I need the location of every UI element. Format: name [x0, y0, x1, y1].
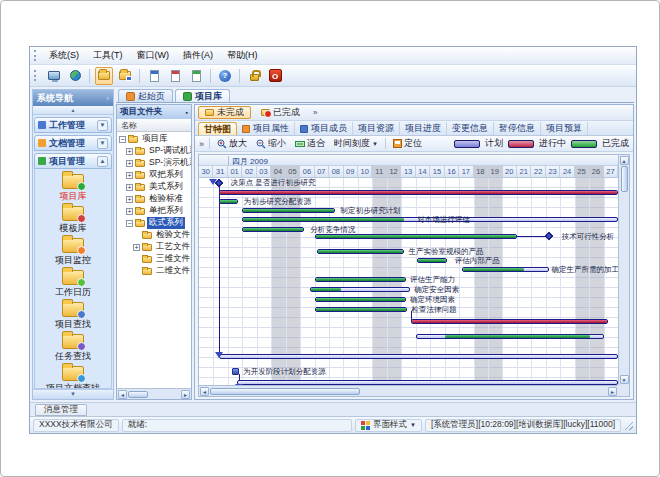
resize-grip[interactable] — [624, 421, 633, 430]
tab-项目成员[interactable]: 项目成员 — [295, 122, 353, 135]
sidebar-item-工作日历[interactable]: 工作日历 — [35, 269, 111, 300]
sidebar-item-项目监控[interactable]: 项目监控 — [35, 237, 111, 268]
tree-item-单把系列[interactable]: +单把系列 — [117, 205, 191, 217]
menu-item[interactable]: 系统(S) — [42, 47, 86, 64]
scrollbar-thumb[interactable] — [210, 388, 360, 395]
pin-icon[interactable]: ▪ — [186, 109, 188, 116]
chevron-up-icon[interactable]: ▲ — [97, 156, 108, 167]
tab-项目资源[interactable]: 项目资源 — [353, 122, 400, 135]
scroll-left-icon[interactable]: ◄ — [118, 390, 127, 399]
task-bar[interactable] — [315, 297, 406, 302]
task-bar[interactable] — [462, 267, 549, 272]
report-red-icon[interactable] — [166, 67, 184, 85]
globe-icon[interactable] — [66, 67, 84, 85]
scrollbar-thumb[interactable] — [621, 166, 628, 192]
menu-item[interactable]: 窗口(W) — [130, 47, 177, 64]
collapse-icon[interactable]: − — [119, 136, 126, 143]
sidebar-group-document[interactable]: 文档管理 ▼ — [34, 135, 112, 151]
task-bar[interactable] — [315, 277, 406, 282]
task-bar[interactable] — [416, 334, 604, 339]
fit-button[interactable]: 适合 — [293, 136, 327, 151]
sidebar-scroll-up-icon[interactable]: ▲ — [33, 106, 113, 115]
sidebar-collapse-strip[interactable]: ▼ — [33, 389, 113, 399]
tab-项目属性[interactable]: 项目属性 — [237, 122, 295, 135]
tab-项目进度[interactable]: 项目进度 — [400, 122, 447, 135]
tab-起始页[interactable]: 起始页 — [118, 89, 173, 102]
expand-icon[interactable]: + — [126, 160, 133, 167]
task-bar[interactable] — [242, 227, 304, 232]
chevron-down-icon[interactable]: ▼ — [97, 138, 108, 149]
ui-style-dropdown[interactable]: 界面样式▼ — [355, 419, 422, 432]
tree-item-SP-调试机系[interactable]: +SP-调试机系 — [117, 145, 191, 157]
expand-icon[interactable]: + — [126, 196, 133, 203]
tab-甘特图[interactable]: 甘特图 — [198, 122, 237, 135]
tree-item-二维文件[interactable]: 二维文件 — [117, 265, 191, 277]
tab-暂停信息[interactable]: 暂停信息 — [494, 122, 541, 135]
task-bar[interactable] — [219, 190, 618, 195]
task-bar[interactable] — [315, 307, 407, 312]
sidebar-group-work[interactable]: 工作管理 ▼ — [34, 117, 112, 133]
scroll-left-icon[interactable]: ◄ — [200, 387, 209, 396]
sidebar-item-项目查找[interactable]: 项目查找 — [35, 301, 111, 332]
zoom-in-button[interactable]: 放大 — [215, 136, 249, 151]
sidebar-item-模板库[interactable]: 模板库 — [35, 205, 111, 236]
report-green-icon[interactable] — [187, 67, 205, 85]
tree-item-SP-演示机系[interactable]: +SP-演示机系 — [117, 157, 191, 169]
time-scale-dropdown[interactable]: 时间刻度▼ — [332, 136, 380, 151]
sidebar-item-项目库[interactable]: 项目库 — [35, 173, 111, 204]
lock-icon[interactable] — [245, 67, 263, 85]
tree-column-header[interactable]: 名称 — [117, 119, 191, 132]
tree-item-美式系列[interactable]: +美式系列 — [117, 181, 191, 193]
gantt-hscrollbar[interactable]: ◄ ► — [199, 385, 618, 396]
scroll-up-icon[interactable]: ▲ — [620, 156, 629, 165]
tabs-overflow-button[interactable]: » — [313, 108, 317, 117]
tree-hscrollbar[interactable]: ◄ ► — [117, 388, 191, 399]
chevron-down-icon[interactable]: ▼ — [97, 120, 108, 131]
tab-未完成[interactable]: 未完成 — [198, 106, 251, 119]
scrollbar-thumb[interactable] — [128, 391, 148, 398]
task-note-icon[interactable] — [232, 368, 239, 375]
toolbar-overflow-button[interactable]: » — [199, 139, 204, 149]
scroll-right-icon[interactable]: ► — [181, 390, 190, 399]
expand-icon[interactable]: + — [133, 244, 140, 251]
folder-chart-icon[interactable] — [116, 67, 134, 85]
tree-item-检验文件[interactable]: 检验文件 — [117, 229, 191, 241]
task-bar[interactable] — [310, 287, 410, 292]
tree-item-欧式系列[interactable]: −欧式系列 — [117, 217, 191, 229]
tree-item-三维文件[interactable]: 三维文件 — [117, 253, 191, 265]
task-bar[interactable] — [317, 249, 404, 254]
tab-message-management[interactable]: 消息管理 — [35, 404, 87, 416]
expand-icon[interactable]: + — [126, 148, 133, 155]
expand-icon[interactable]: + — [126, 172, 133, 179]
sidebar-options-icon[interactable]: ▫ — [106, 94, 109, 103]
collapse-icon[interactable]: − — [126, 220, 133, 227]
task-bar[interactable] — [219, 354, 618, 359]
tab-项目库[interactable]: 项目库 — [175, 89, 230, 102]
expand-icon[interactable]: + — [126, 184, 133, 191]
zoom-out-button[interactable]: 缩小 — [254, 136, 288, 151]
power-icon[interactable]: O — [266, 67, 284, 85]
sidebar-item-任务查找[interactable]: 任务查找 — [35, 333, 111, 364]
report-blue-icon[interactable] — [145, 67, 163, 85]
task-bar[interactable] — [315, 234, 517, 239]
tree-item-工艺文件[interactable]: +工艺文件 — [117, 241, 191, 253]
sidebar-item-项目文档查找[interactable]: 项目文档查找 — [35, 365, 111, 389]
task-bar[interactable] — [417, 258, 447, 263]
tree-item-双把系列[interactable]: +双把系列 — [117, 169, 191, 181]
scroll-right-icon[interactable]: ► — [608, 387, 617, 396]
tab-变更信息[interactable]: 变更信息 — [447, 122, 494, 135]
gantt-vscrollbar[interactable]: ▲ ▼ — [618, 155, 629, 385]
menu-item[interactable]: 插件(A) — [176, 47, 220, 64]
menu-item[interactable]: 帮助(H) — [220, 47, 265, 64]
task-bar[interactable] — [237, 380, 618, 385]
tree-item-项目库[interactable]: −项目库 — [117, 133, 191, 145]
tree-item-检验标准[interactable]: +检验标准 — [117, 193, 191, 205]
menu-item[interactable]: 工具(T) — [86, 47, 130, 64]
scroll-down-icon[interactable]: ▼ — [620, 375, 629, 384]
folder-icon[interactable] — [95, 67, 113, 85]
task-bar[interactable] — [219, 199, 238, 204]
sidebar-group-project[interactable]: 项目管理 ▲ — [34, 153, 112, 169]
help-icon[interactable]: ? — [216, 67, 234, 85]
task-bar[interactable] — [242, 208, 334, 213]
expand-icon[interactable]: + — [126, 208, 133, 215]
